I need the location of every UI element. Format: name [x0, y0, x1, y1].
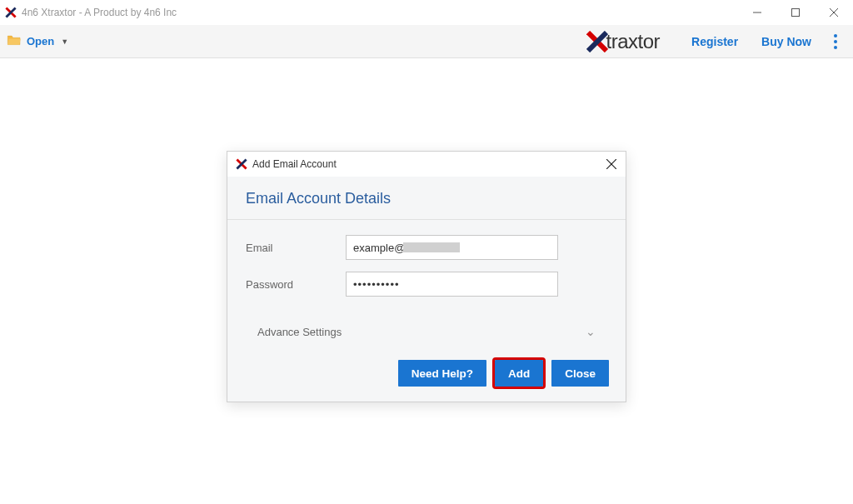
need-help-button[interactable]: Need Help?	[398, 360, 486, 387]
maximize-button[interactable]	[776, 0, 815, 25]
password-field[interactable]: ••••••••••	[346, 272, 558, 297]
dialog-titlebar: Add Email Account	[227, 152, 626, 177]
minimize-button[interactable]	[738, 0, 776, 25]
dialog-title: Add Email Account	[252, 158, 337, 170]
open-label: Open	[27, 35, 54, 47]
password-row: Password ••••••••••	[246, 272, 607, 297]
window-titlebar: 4n6 Xtraxtor - A Product by 4n6 Inc	[0, 0, 853, 25]
app-logo-icon	[5, 7, 17, 18]
dialog-body: Email Account Details Email example@ Pas…	[227, 177, 626, 402]
email-value-prefix: example@	[353, 242, 405, 254]
dialog-logo-icon	[236, 158, 247, 170]
add-email-account-dialog: Add Email Account Email Account Details …	[227, 151, 626, 402]
more-menu-button[interactable]	[823, 29, 848, 54]
brand-text: traxtor	[606, 30, 661, 53]
advance-settings-toggle[interactable]: Advance Settings ⌄	[227, 312, 626, 352]
caret-down-icon: ▼	[61, 37, 68, 46]
register-link[interactable]: Register	[680, 35, 750, 48]
brand-x-icon	[586, 31, 608, 52]
window-controls	[738, 0, 853, 25]
email-redacted-icon	[403, 242, 460, 252]
dialog-close-button[interactable]	[604, 157, 619, 172]
password-label: Password	[246, 278, 346, 291]
close-button[interactable]: Close	[551, 360, 609, 387]
brand-logo: traxtor	[586, 30, 661, 53]
dialog-actions: Need Help? Add Close	[227, 352, 626, 402]
open-menu-button[interactable]: Open ▼	[7, 34, 68, 48]
window-title: 4n6 Xtraxtor - A Product by 4n6 Inc	[22, 7, 177, 18]
email-row: Email example@	[246, 235, 607, 260]
password-value: ••••••••••	[353, 278, 400, 291]
svg-rect-1	[792, 9, 800, 17]
email-field[interactable]: example@	[346, 235, 558, 260]
window-close-button[interactable]	[815, 0, 853, 25]
toolbar-right: traxtor Register Buy Now	[586, 25, 853, 58]
chevron-down-icon: ⌄	[586, 325, 596, 338]
email-label: Email	[246, 242, 346, 254]
folder-icon	[7, 34, 22, 48]
form-area: Email example@ Password ••••••••••	[227, 220, 626, 312]
main-toolbar: Open ▼ traxtor Register Buy Now	[0, 25, 853, 58]
advance-settings-label: Advance Settings	[257, 326, 342, 338]
dialog-section-header: Email Account Details	[227, 177, 626, 220]
buy-now-link[interactable]: Buy Now	[750, 35, 823, 48]
add-button[interactable]: Add	[495, 360, 543, 387]
